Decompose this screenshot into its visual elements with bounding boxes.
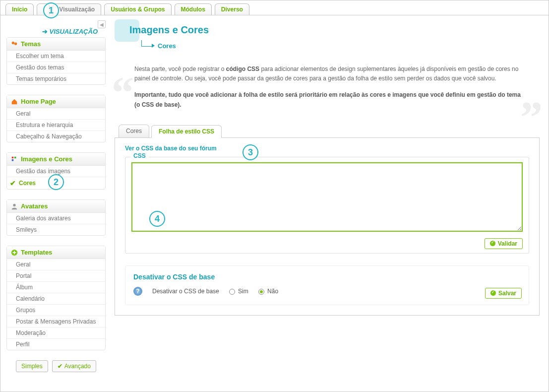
top-tabs: InícioVisualizaçãoUsuários & GruposMódul… — [0, 0, 549, 15]
sidebar-header[interactable]: Avatares — [7, 200, 105, 213]
mode-simple-button[interactable]: Simples — [16, 360, 48, 372]
sidebar-item[interactable]: Álbum — [7, 282, 105, 293]
quote-open-icon: “ — [112, 81, 134, 104]
sidebar-header[interactable]: Temas — [7, 38, 105, 51]
svg-rect-3 — [14, 156, 16, 158]
svg-rect-4 — [12, 159, 14, 161]
tab-css[interactable]: Folha de estilo CSS — [151, 125, 222, 138]
sidebar-item[interactable]: Postar & Mensagens Privadas — [7, 316, 105, 327]
sidebar-item[interactable]: Galeria dos avatares — [7, 213, 105, 224]
deactivate-panel: Desativar o CSS de base ? Desativar o CS… — [125, 265, 529, 305]
validate-button[interactable]: Validar — [485, 238, 523, 249]
sidebar-section: TemasEscolher um temaGestão dos temasTem… — [6, 37, 106, 85]
svg-point-0 — [12, 41, 14, 44]
sidebar-section: Home PageGeralEstrutura e hierarquiaCabe… — [6, 95, 106, 142]
mode-advanced-button[interactable]: ✔Avançado — [52, 360, 96, 372]
css-panel: Ver o CSS da base do seu fórum CSS Valid… — [115, 138, 540, 316]
svg-point-1 — [14, 42, 17, 45]
sidebar-item[interactable]: Geral — [7, 259, 105, 270]
breadcrumb: VISUALIZAÇÃO — [50, 28, 98, 35]
sidebar-header[interactable]: Templates — [7, 246, 105, 259]
top-tab-5[interactable]: Diverso — [215, 3, 249, 15]
top-tab-1[interactable] — [37, 3, 50, 15]
sidebar-item[interactable]: Portal — [7, 270, 105, 282]
help-icon[interactable]: ? — [133, 287, 142, 296]
css-input[interactable] — [131, 162, 523, 232]
sidebar-item[interactable]: ✔Cores — [7, 177, 105, 189]
view-base-css-link[interactable]: Ver o CSS da base do seu fórum — [125, 145, 529, 152]
plus-icon — [11, 249, 18, 256]
radio-yes[interactable]: Sim — [229, 288, 248, 295]
deactivate-label: Desativar o CSS de base — [152, 288, 219, 295]
sidebar-item[interactable]: Gestão dos temas — [7, 62, 105, 73]
save-button[interactable]: Salvar — [485, 288, 522, 299]
svg-point-5 — [13, 203, 15, 206]
css-legend: CSS — [130, 152, 149, 159]
top-tab-3[interactable]: Usuários & Grupos — [104, 3, 171, 15]
sidebar-item[interactable]: Perfil — [7, 339, 105, 350]
sidebar-item[interactable]: Smileys — [7, 224, 105, 235]
sidebar-item[interactable]: Moderação — [7, 327, 105, 339]
intro-text: “ Nesta parte, você pode registrar o cód… — [115, 65, 540, 110]
sidebar-header[interactable]: Home Page — [7, 95, 105, 108]
sidebar-item[interactable]: Escolher um tema — [7, 51, 105, 62]
sidebar-section: Imagens e CoresGestão das imagens✔Cores — [6, 152, 106, 190]
people-icon — [11, 41, 18, 48]
main-panel: Imagens e Cores Cores “ Nesta parte, voc… — [110, 15, 549, 391]
quote-close-icon: ” — [520, 106, 543, 129]
deactivate-title: Desativar o CSS de base — [133, 273, 521, 281]
avatar-icon — [11, 203, 18, 210]
sub-arrow-icon — [141, 42, 155, 50]
sidebar-header[interactable]: Imagens e Cores — [7, 153, 105, 166]
check-icon — [490, 241, 495, 246]
css-fieldset: CSS Validar — [125, 157, 529, 254]
tab-cores[interactable]: Cores — [119, 125, 149, 137]
page-subtitle: Cores — [158, 42, 176, 50]
top-tab-0[interactable]: Início — [5, 3, 34, 15]
sidebar-item[interactable]: Estrutura e hierarquia — [7, 120, 105, 131]
svg-rect-2 — [12, 156, 14, 158]
palette-icon — [11, 156, 18, 163]
sidebar-item[interactable]: Gestão das imagens — [7, 166, 105, 177]
sidebar-item[interactable]: Grupos — [7, 305, 105, 316]
sub-tabs: Cores Folha de estilo CSS — [115, 125, 540, 138]
nav-back-icon[interactable]: ◀ — [98, 20, 106, 28]
sidebar-section: TemplatesGeralPortalÁlbumCalendárioGrupo… — [6, 246, 106, 350]
sidebar-item[interactable]: Temas temporários — [7, 73, 105, 84]
sidebar-item[interactable]: Geral — [7, 108, 105, 120]
sidebar-item[interactable]: Cabeçalho & Navegação — [7, 131, 105, 142]
sidebar-section: AvataresGaleria dos avataresSmileys — [6, 199, 106, 236]
sidebar-item[interactable]: Calendário — [7, 293, 105, 305]
top-tab-2[interactable]: Visualização — [53, 3, 101, 15]
check-icon: ✔ — [10, 179, 16, 187]
radio-no[interactable]: Não — [258, 288, 278, 295]
home-icon — [11, 98, 18, 105]
sidebar: ◀ ➔ VISUALIZAÇÃO TemasEscolher um temaGe… — [0, 15, 110, 391]
top-tab-4[interactable]: Módulos — [175, 3, 212, 15]
page-title: Imagens e Cores — [129, 24, 540, 36]
arrow-right-icon: ➔ — [42, 28, 48, 35]
check-icon — [490, 290, 496, 296]
